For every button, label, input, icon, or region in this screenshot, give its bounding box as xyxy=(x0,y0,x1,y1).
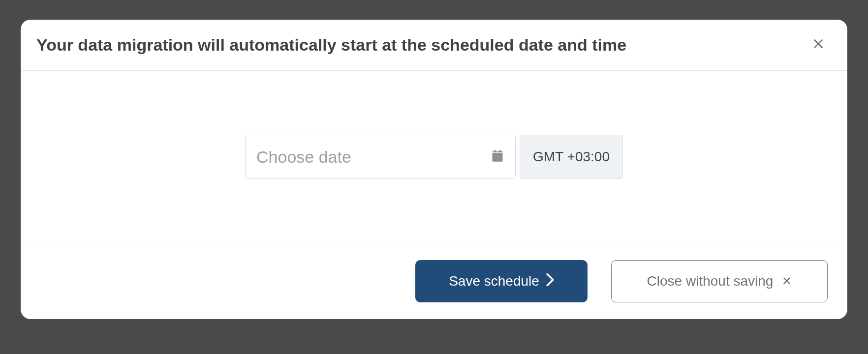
chevron-right-icon xyxy=(546,273,554,290)
timezone-label: GMT +03:00 xyxy=(533,149,610,165)
svg-rect-5 xyxy=(493,151,503,152)
date-input-wrapper[interactable] xyxy=(245,135,516,179)
schedule-modal: Your data migration will automatically s… xyxy=(21,20,847,319)
modal-title: Your data migration will automatically s… xyxy=(36,35,626,55)
close-icon[interactable] xyxy=(809,34,828,56)
modal-body: GMT +03:00 xyxy=(21,71,847,243)
times-icon: ✕ xyxy=(782,275,792,287)
save-button-label: Save schedule xyxy=(449,273,539,289)
save-schedule-button[interactable]: Save schedule xyxy=(415,260,588,302)
svg-rect-2 xyxy=(493,153,503,162)
modal-header: Your data migration will automatically s… xyxy=(21,20,847,71)
modal-footer: Save schedule Close without saving ✕ xyxy=(21,243,847,319)
close-without-saving-button[interactable]: Close without saving ✕ xyxy=(611,260,828,302)
calendar-icon[interactable] xyxy=(491,149,504,165)
date-input[interactable] xyxy=(256,148,491,167)
close-button-label: Close without saving xyxy=(647,273,774,289)
timezone-badge: GMT +03:00 xyxy=(520,135,623,179)
